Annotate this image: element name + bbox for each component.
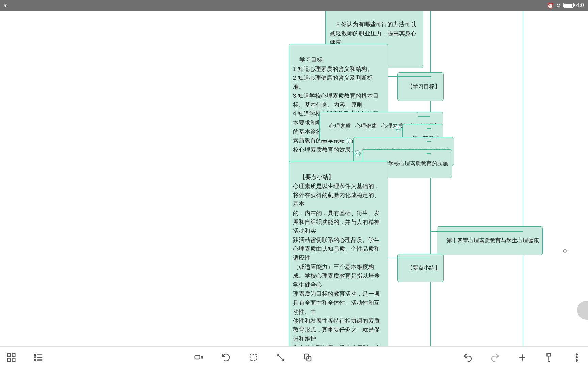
outline-view-button[interactable] — [32, 351, 45, 364]
toolbar-left-group — [5, 351, 45, 364]
keywords-body-text: 心理素质 心理健康 心理素质教育 — [329, 123, 414, 129]
toolbar-right-group — [461, 351, 583, 364]
collapse-3-count: 33 — [355, 151, 360, 156]
relation-icon — [275, 352, 285, 363]
svg-point-19 — [576, 354, 577, 355]
collapse-1-count: 13 — [396, 126, 401, 131]
svg-point-13 — [277, 354, 279, 356]
svg-point-8 — [34, 359, 36, 361]
refresh-icon — [221, 352, 231, 363]
edge-sec2 — [427, 141, 431, 142]
alarm-icon: ⏰ — [547, 2, 554, 9]
status-time: 4:0 — [576, 2, 584, 9]
edge-chapter — [430, 231, 523, 232]
selection-icon — [248, 352, 258, 363]
svg-rect-3 — [12, 358, 15, 361]
edge-sec3 — [427, 153, 431, 154]
edge-objectives-label — [388, 76, 430, 77]
more-vertical-icon — [572, 352, 582, 363]
status-bar: ▾ ⏰ ⊚ 4:0 — [0, 0, 588, 11]
navigation-fab[interactable] — [577, 301, 588, 320]
svg-point-21 — [576, 359, 577, 361]
collapse-section-2[interactable]: 7 — [346, 138, 352, 144]
selection-button[interactable] — [247, 351, 260, 364]
plus-icon — [517, 352, 527, 363]
svg-point-4 — [34, 354, 36, 355]
status-right: ⏰ ⊚ 4:0 — [547, 2, 584, 9]
insert-node-icon — [194, 352, 204, 363]
svg-rect-12 — [250, 354, 256, 361]
redo-icon — [490, 352, 500, 363]
svg-rect-1 — [12, 353, 15, 356]
svg-point-14 — [282, 359, 284, 361]
copy-icon — [303, 352, 313, 363]
node-chapter-text: 第十四章心理素质教育与学生心理健康 — [446, 237, 539, 243]
svg-rect-0 — [7, 353, 11, 356]
status-left: ▾ — [4, 2, 7, 9]
node-summary-body[interactable]: 【要点小结】 心理素质是以生理条件为基础的，将外在获得的刺激内化成稳定的、基本 … — [289, 161, 388, 346]
edge-chapter-children — [430, 11, 431, 346]
summary-label-text: 【要点小结】 — [407, 265, 440, 271]
node-chapter[interactable]: 第十四章心理素质教育与学生心理健康 — [437, 226, 543, 255]
collapse-2-count: 7 — [347, 139, 350, 144]
more-button[interactable] — [570, 351, 583, 364]
add-button[interactable] — [516, 351, 529, 364]
svg-point-11 — [201, 356, 203, 358]
insert-node-button[interactable] — [192, 351, 205, 364]
bottom-toolbar — [0, 346, 588, 368]
toolbar-center-group — [192, 351, 314, 364]
list-icon — [33, 352, 44, 363]
redo-button[interactable] — [489, 351, 502, 364]
objectives-label-text: 【学习目标】 — [407, 83, 440, 89]
camera-icon: ⊚ — [556, 2, 561, 9]
format-icon — [544, 352, 555, 363]
copy-style-button[interactable] — [301, 351, 314, 364]
format-button[interactable] — [543, 351, 556, 364]
svg-point-20 — [576, 357, 577, 358]
network-icon: ▾ — [4, 2, 7, 9]
svg-point-6 — [34, 357, 36, 358]
collapse-section-1[interactable]: 13 — [395, 125, 401, 131]
svg-rect-10 — [195, 356, 200, 359]
refresh-button[interactable] — [219, 351, 232, 364]
grid-icon — [6, 352, 16, 363]
edge-objectives-r — [427, 76, 431, 77]
svg-rect-2 — [7, 358, 11, 361]
summary-body-text: 【要点小结】 心理素质是以生理条件为基础的，将外在获得的刺激内化成稳定的、基本 … — [293, 174, 380, 346]
edge-sec1 — [427, 128, 431, 129]
grid-view-button[interactable] — [5, 351, 18, 364]
battery-icon — [564, 3, 574, 8]
edge-summary — [388, 258, 430, 258]
edge-spine — [523, 11, 523, 346]
focus-indicator — [563, 249, 567, 253]
relation-button[interactable] — [274, 351, 287, 364]
mindmap-canvas[interactable]: 第十四章心理素质教育与学生心理健康 5.你认为有哪些可行的办法可以减轻教师的职业… — [0, 11, 588, 346]
collapse-section-3[interactable]: 33 — [355, 150, 361, 156]
undo-button[interactable] — [461, 351, 474, 364]
undo-icon — [463, 352, 473, 363]
